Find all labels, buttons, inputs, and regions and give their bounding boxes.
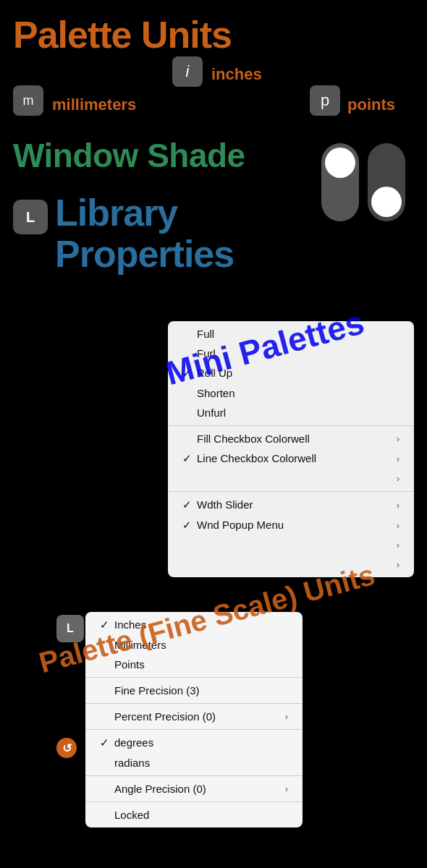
- check-extra3: [182, 558, 195, 571]
- check-locked: [100, 809, 113, 821]
- check-width-slider: ✓: [182, 498, 195, 511]
- library-badge-letter: L: [26, 209, 35, 226]
- orange-circle-icon: ↺: [56, 738, 77, 758]
- arrow-width-slider: ›: [397, 500, 399, 511]
- window-shade-title: Window Shade: [13, 136, 245, 175]
- toggle-off[interactable]: [368, 143, 405, 221]
- divider-su-5: [85, 801, 303, 802]
- divider-su-1: [85, 677, 303, 678]
- toggle-knob-off: [371, 187, 402, 217]
- label-shorten: Shorten: [197, 387, 235, 399]
- divider-su-4: [85, 775, 303, 776]
- check-fill-checkbox: [182, 433, 195, 445]
- menu-item-radians[interactable]: radians: [85, 753, 303, 773]
- library-icon-letter: L: [67, 622, 74, 635]
- toggle-on[interactable]: [321, 143, 359, 221]
- arrow-extra1: ›: [397, 473, 399, 484]
- toggle-group: [321, 143, 405, 221]
- menu-item-unfurl[interactable]: Unfurl: [168, 403, 414, 422]
- check-angle-precision: [100, 783, 113, 795]
- mm-badge[interactable]: m: [13, 85, 43, 116]
- label-unfurl: Unfurl: [197, 407, 226, 419]
- label-width-slider: Wdth Slider: [197, 498, 253, 511]
- label-line-checkbox: Line Checkbox Colorwell: [197, 452, 316, 464]
- label-locked: Locked: [114, 809, 149, 821]
- menu-item-extra3[interactable]: ›: [168, 555, 414, 574]
- menu-item-width-slider[interactable]: ✓Wdth Slider ›: [168, 495, 414, 515]
- inches-badge-letter: i: [186, 62, 190, 81]
- menu-item-degrees[interactable]: ✓degrees: [85, 733, 303, 753]
- label-angle-precision: Angle Precision (0): [114, 783, 206, 795]
- label-percent-precision: Percent Precision (0): [114, 710, 216, 723]
- check-radians: [100, 757, 113, 769]
- divider-1: [168, 425, 414, 426]
- check-extra2: [182, 539, 195, 551]
- label-fill-checkbox: Fill Checkbox Colorwell: [197, 433, 310, 445]
- inches-badge[interactable]: i: [172, 56, 203, 87]
- menu-item-shorten[interactable]: Shorten: [168, 383, 414, 403]
- arrow-wnd-popup: ›: [397, 520, 399, 531]
- label-radians: radians: [114, 757, 150, 769]
- arrow-fill-checkbox: ›: [397, 433, 399, 444]
- label-points: Points: [114, 658, 145, 671]
- menu-item-line-checkbox[interactable]: ✓Line Checkbox Colorwell ›: [168, 448, 414, 469]
- arrow-line-checkbox: ›: [397, 454, 399, 464]
- check-fine-precision: [100, 684, 113, 697]
- arrow-extra2: ›: [397, 540, 399, 550]
- palette-units-title: Palette Units: [13, 13, 232, 56]
- check-full: [182, 328, 195, 340]
- orange-circle-symbol: ↺: [62, 741, 72, 755]
- library-title: LibraryProperties: [55, 192, 234, 275]
- divider-2: [168, 491, 414, 492]
- check-line-checkbox: ✓: [182, 452, 195, 465]
- check-unfurl: [182, 407, 195, 419]
- check-percent-precision: [100, 710, 113, 723]
- divider-su-2: [85, 703, 303, 704]
- check-degrees: ✓: [100, 736, 113, 749]
- menu-item-extra1[interactable]: ›: [168, 469, 414, 488]
- menu-item-angle-precision[interactable]: Angle Precision (0) ›: [85, 779, 303, 799]
- mm-badge-letter: m: [23, 93, 34, 109]
- label-full: Full: [197, 328, 214, 340]
- label-wnd-popup: Wnd Popup Menu: [197, 519, 284, 531]
- library-badge[interactable]: L: [13, 200, 48, 234]
- label-degrees: degrees: [114, 736, 153, 749]
- menu-item-percent-precision[interactable]: Percent Precision (0) ›: [85, 707, 303, 726]
- divider-su-3: [85, 729, 303, 730]
- menu-item-locked[interactable]: Locked: [85, 805, 303, 825]
- check-extra1: [182, 472, 195, 485]
- menu-item-fine-precision[interactable]: Fine Precision (3): [85, 681, 303, 700]
- check-wnd-popup: ✓: [182, 519, 195, 532]
- points-badge[interactable]: p: [310, 85, 340, 116]
- arrow-angle-precision: ›: [285, 783, 288, 794]
- arrow-percent-precision: ›: [285, 711, 288, 722]
- menu-item-wnd-popup[interactable]: ✓Wnd Popup Menu ›: [168, 515, 414, 535]
- toggle-knob-on: [325, 148, 355, 178]
- menu-item-fill-checkbox[interactable]: Fill Checkbox Colorwell ›: [168, 429, 414, 448]
- points-badge-letter: p: [321, 91, 329, 110]
- menu-item-extra2[interactable]: ›: [168, 535, 414, 555]
- label-fine-precision: Fine Precision (3): [114, 684, 200, 697]
- mm-label: millimeters: [52, 95, 136, 114]
- inches-label: inches: [211, 65, 262, 84]
- arrow-extra3: ›: [397, 559, 399, 570]
- points-label: points: [347, 95, 395, 114]
